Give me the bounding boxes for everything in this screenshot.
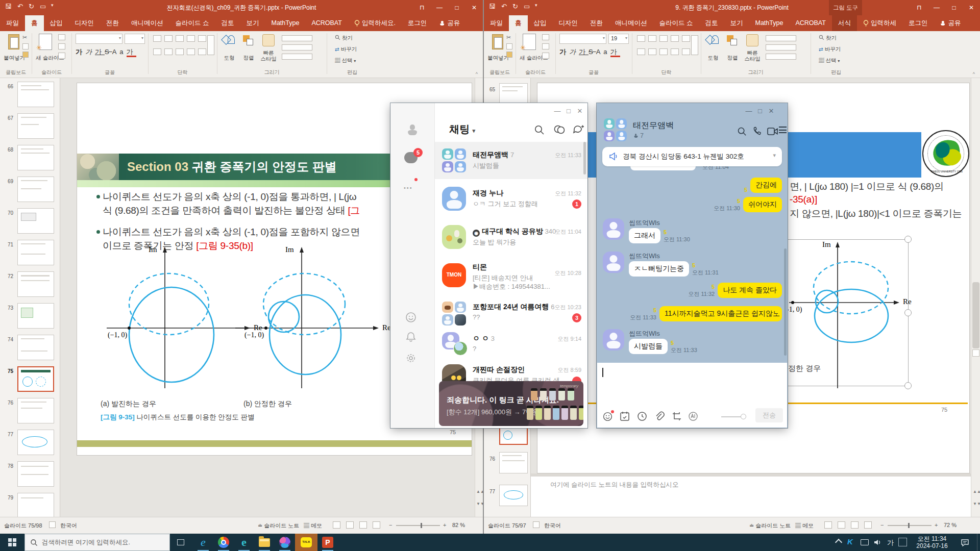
maximize-button[interactable]: □ <box>564 107 574 115</box>
action-center-icon[interactable] <box>955 534 974 551</box>
new-chat-icon[interactable] <box>573 124 584 135</box>
collapse-ribbon-icon[interactable]: ^ <box>973 71 975 77</box>
paste-button[interactable] <box>4 34 24 54</box>
notes-pane[interactable]: 여기에 슬라이드 노트의 내용을 입력하십시오 <box>531 477 973 517</box>
capture-icon[interactable] <box>672 411 682 421</box>
chat-list-item[interactable]: 포항포대 24년 여름여행 6 ?? 오전 10:23 3 <box>435 297 587 329</box>
zoom-out-button[interactable]: − <box>880 522 884 528</box>
shape-outline-icon[interactable] <box>766 44 796 51</box>
slide-layout-icon[interactable] <box>542 34 549 40</box>
slide-thumbnail-67[interactable] <box>17 113 54 139</box>
slide-thumbnail-65[interactable] <box>499 83 528 105</box>
strikethrough-icon[interactable]: S <box>589 48 596 56</box>
scrollbar-thumb[interactable] <box>972 282 979 348</box>
slide-thumbnail-79[interactable] <box>17 493 54 518</box>
gear-icon[interactable] <box>405 352 417 364</box>
columns-icon[interactable] <box>198 48 206 55</box>
tab-file[interactable]: 파일 <box>0 15 25 31</box>
font-size-select[interactable] <box>125 34 145 44</box>
slide-thumbnail-76[interactable] <box>499 452 528 473</box>
editor-scrollbar[interactable]: ▲▲ ▼▼ <box>971 78 980 517</box>
tray-ime-options-icon[interactable] <box>898 538 907 546</box>
tell-me-box[interactable]: 입력하세 <box>857 15 902 31</box>
ribbon-display-options-icon[interactable]: ⊓ <box>911 0 928 15</box>
slide-layout-icon[interactable] <box>58 34 65 40</box>
login-button[interactable]: 로그인 <box>902 15 934 31</box>
notice-expand-icon[interactable]: ▾ <box>773 152 776 159</box>
chrome-icon[interactable] <box>213 534 234 551</box>
select-button[interactable]: ▦ 선택 ▾ <box>335 57 356 64</box>
bold-icon[interactable]: 가 <box>76 48 85 56</box>
section-icon[interactable] <box>58 53 65 59</box>
close-button[interactable]: ✕ <box>766 107 776 115</box>
tray-display-icon[interactable] <box>857 534 872 551</box>
previous-slide-button[interactable]: ▲▲ <box>476 489 484 494</box>
sender-avatar[interactable] <box>603 218 624 240</box>
notes-toggle[interactable]: ≐ 슬라이드 노트 <box>258 522 299 530</box>
accessibility-icon[interactable] <box>533 521 540 528</box>
tab-design[interactable]: 디자인 <box>69 15 101 31</box>
memo-toggle[interactable]: ▤ 메모 <box>304 522 322 530</box>
font-name-select[interactable] <box>559 34 606 44</box>
tab-review[interactable]: 검토 <box>215 15 240 31</box>
share-button[interactable]: 공유 <box>934 15 967 31</box>
login-button[interactable]: 로그인 <box>402 15 433 31</box>
ribbon-display-options-icon[interactable]: ⊓ <box>413 0 431 15</box>
numbering-icon[interactable] <box>164 35 173 42</box>
attach-file-icon[interactable] <box>654 411 665 421</box>
chat-list-item[interactable]: ㅇ ㅇ 3 ? 오전 9:14 <box>435 329 587 362</box>
reset-slide-icon[interactable] <box>542 43 549 49</box>
tab-review[interactable]: 검토 <box>699 15 724 31</box>
taskbar-search-box[interactable]: 검색하려면 여기에 입력하세요. <box>24 534 170 551</box>
indent-increase-icon[interactable] <box>671 35 679 42</box>
format-painter-icon[interactable] <box>506 52 512 58</box>
shapes-icon[interactable] <box>706 34 720 47</box>
tab-slideshow[interactable]: 슬라이드 쇼 <box>169 15 215 31</box>
search-icon[interactable] <box>534 124 545 135</box>
message-history-icon[interactable] <box>637 411 647 421</box>
slide-thumbnail-69[interactable] <box>17 177 54 202</box>
quick-styles-label2[interactable]: 스타일 <box>742 56 763 63</box>
view-sorter-icon[interactable] <box>838 521 845 529</box>
previous-slide-button[interactable]: ▲▲ <box>973 489 980 494</box>
slide-thumbnail-66[interactable] <box>17 82 54 107</box>
bold-icon[interactable]: 가 <box>559 48 569 56</box>
slide-thumbnail-76[interactable] <box>17 398 54 423</box>
slide-thumbnail-72[interactable] <box>17 271 54 297</box>
replace-button[interactable]: ⇄ 바꾸기 <box>335 46 357 53</box>
call-icon[interactable] <box>752 127 762 136</box>
tab-acrobat[interactable]: ACROBAT <box>305 15 348 31</box>
align-left-icon[interactable] <box>637 48 645 55</box>
slide-thumbnail-74[interactable] <box>17 335 54 360</box>
tab-animations[interactable]: 애니메이션 <box>125 15 169 31</box>
align-right-icon[interactable] <box>659 48 668 55</box>
slide-thumbnail-70[interactable] <box>17 208 54 234</box>
emoticon-icon[interactable] <box>405 311 417 323</box>
arrange-label[interactable]: 정렬 <box>239 55 258 62</box>
columns-icon[interactable] <box>682 48 690 55</box>
tray-ime-indicator[interactable]: 가 <box>887 538 894 547</box>
title-bar[interactable]: 🖫 ↶ ↻ ▭ ▾ 9. 귀환 증폭기_230830.pptx - PowerP… <box>484 0 980 15</box>
tray-clock[interactable]: 오전 11:34 2024-07-16 <box>913 535 951 549</box>
slide-thumbnail-77[interactable] <box>17 430 54 455</box>
tab-view[interactable]: 보기 <box>240 15 265 31</box>
close-button[interactable]: ✕ <box>963 0 980 15</box>
font-size-select[interactable]: 19 <box>608 34 629 44</box>
quick-styles-icon[interactable] <box>746 34 758 46</box>
schedule-icon[interactable] <box>620 411 630 421</box>
slide-thumbnail-73[interactable] <box>17 303 54 329</box>
language-indicator[interactable]: 한국어 <box>544 522 561 530</box>
tab-file[interactable]: 파일 <box>484 15 509 31</box>
tray-app-icon[interactable]: K <box>847 537 853 546</box>
sender-avatar[interactable] <box>603 252 624 273</box>
paste-button[interactable] <box>488 34 508 54</box>
minimize-button[interactable]: — <box>431 0 448 15</box>
view-normal-icon[interactable] <box>824 521 832 529</box>
slide-thumbnail-75-selected[interactable] <box>499 427 528 445</box>
align-right-icon[interactable] <box>176 48 184 55</box>
tab-mathtype[interactable]: MathType <box>265 15 305 31</box>
change-case-icon[interactable]: Aa <box>112 48 127 56</box>
change-case-icon[interactable]: Aa <box>596 48 610 56</box>
minimize-button[interactable]: — <box>928 0 945 15</box>
tab-view[interactable]: 보기 <box>724 15 749 31</box>
